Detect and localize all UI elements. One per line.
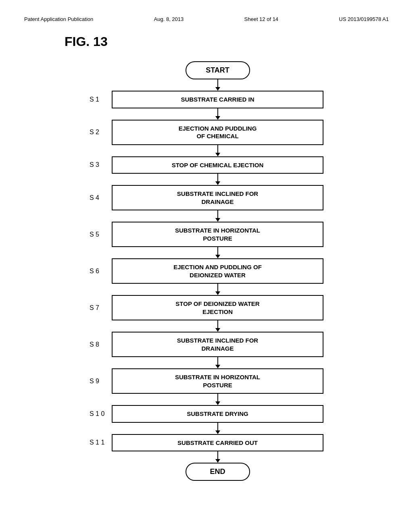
process-box-4: SUBSTRATE IN HORIZONTALPOSTURE — [112, 222, 323, 247]
flowchart: START S 1SUBSTRATE CARRIED INS 2EJECTION… — [24, 57, 389, 481]
arrow-1 — [86, 108, 327, 120]
step-label-9: S 1 0 — [90, 410, 112, 418]
arrow-8 — [86, 357, 327, 368]
process-row-4: S 5SUBSTRATE IN HORIZONTALPOSTURE — [90, 222, 323, 247]
step-row-0: S 1SUBSTRATE CARRIED IN — [86, 91, 327, 108]
steps-container: S 1SUBSTRATE CARRIED INS 2EJECTION AND P… — [86, 91, 327, 463]
page-header: Patent Application Publication Aug. 8, 2… — [24, 16, 389, 22]
step-label-7: S 8 — [90, 341, 112, 348]
process-row-6: S 7STOP OF DEIONIZED WATEREJECTION — [90, 295, 323, 320]
end-inner: END — [108, 463, 327, 481]
process-box-5: EJECTION AND PUDDLING OFDEIONIZED WATER — [112, 258, 323, 284]
page: Patent Application Publication Aug. 8, 2… — [0, 0, 413, 532]
process-row-10: S 1 1SUBSTRATE CARRIED OUT — [90, 434, 323, 452]
process-row-0: S 1SUBSTRATE CARRIED IN — [90, 91, 323, 108]
start-capsule: START — [186, 61, 250, 79]
header-left: Patent Application Publication — [24, 16, 93, 22]
step-label-5: S 6 — [90, 268, 112, 275]
header-center-date: Aug. 8, 2013 — [154, 16, 184, 22]
process-row-5: S 6EJECTION AND PUDDLING OFDEIONIZED WAT… — [90, 258, 323, 284]
header-right: US 2013/0199578 A1 — [339, 16, 389, 22]
step-row-5: S 6EJECTION AND PUDDLING OFDEIONIZED WAT… — [86, 258, 327, 284]
step-row-8: S 9SUBSTRATE IN HORIZONTALPOSTURE — [86, 368, 327, 394]
header-sheet: Sheet 12 of 14 — [244, 16, 279, 22]
process-box-8: SUBSTRATE IN HORIZONTALPOSTURE — [112, 368, 323, 394]
process-row-2: S 3STOP OF CHEMICAL EJECTION — [90, 156, 323, 174]
step-row-7: S 8SUBSTRATE INCLINED FORDRAINAGE — [86, 332, 327, 357]
process-box-3: SUBSTRATE INCLINED FORDRAINAGE — [112, 185, 323, 210]
step-row-2: S 3STOP OF CHEMICAL EJECTION — [86, 156, 327, 174]
process-row-9: S 1 0SUBSTRATE DRYING — [90, 405, 323, 423]
step-row-10: S 1 1SUBSTRATE CARRIED OUT — [86, 434, 327, 452]
process-box-1: EJECTION AND PUDDLINGOF CHEMICAL — [112, 120, 323, 145]
step-label-8: S 9 — [90, 378, 112, 385]
step-label-2: S 3 — [90, 161, 112, 168]
end-capsule: END — [186, 463, 250, 481]
end-wrapper: END — [86, 463, 327, 481]
arrow-9 — [86, 394, 327, 405]
step-row-6: S 7STOP OF DEIONIZED WATEREJECTION — [86, 295, 327, 320]
process-row-1: S 2EJECTION AND PUDDLINGOF CHEMICAL — [90, 120, 323, 145]
arrow-7 — [86, 320, 327, 332]
step-label-0: S 1 — [90, 96, 112, 103]
process-row-7: S 8SUBSTRATE INCLINED FORDRAINAGE — [90, 332, 323, 357]
start-wrapper: START — [86, 61, 327, 79]
process-box-9: SUBSTRATE DRYING — [112, 405, 323, 423]
step-row-9: S 1 0SUBSTRATE DRYING — [86, 405, 327, 423]
arrow-0 — [86, 79, 327, 91]
arrow-2 — [86, 145, 327, 156]
process-row-3: S 4SUBSTRATE INCLINED FORDRAINAGE — [90, 185, 323, 210]
step-row-1: S 2EJECTION AND PUDDLINGOF CHEMICAL — [86, 120, 327, 145]
process-box-10: SUBSTRATE CARRIED OUT — [112, 434, 323, 452]
arrow-4 — [86, 210, 327, 222]
arrow-5 — [86, 247, 327, 258]
process-box-0: SUBSTRATE CARRIED IN — [112, 91, 323, 108]
step-label-10: S 1 1 — [90, 439, 112, 446]
arrow-end — [86, 451, 327, 463]
arrow-6 — [86, 284, 327, 295]
process-box-6: STOP OF DEIONIZED WATEREJECTION — [112, 295, 323, 320]
process-box-2: STOP OF CHEMICAL EJECTION — [112, 156, 323, 174]
start-inner: START — [108, 61, 327, 79]
step-label-6: S 7 — [90, 304, 112, 312]
arrow-10 — [86, 423, 327, 434]
step-label-1: S 2 — [90, 129, 112, 136]
arrow-3 — [86, 174, 327, 185]
step-row-4: S 5SUBSTRATE IN HORIZONTALPOSTURE — [86, 222, 327, 247]
process-box-7: SUBSTRATE INCLINED FORDRAINAGE — [112, 332, 323, 357]
step-label-3: S 4 — [90, 194, 112, 202]
figure-title: FIG. 13 — [65, 34, 389, 49]
process-row-8: S 9SUBSTRATE IN HORIZONTALPOSTURE — [90, 368, 323, 394]
step-row-3: S 4SUBSTRATE INCLINED FORDRAINAGE — [86, 185, 327, 210]
step-label-4: S 5 — [90, 231, 112, 238]
